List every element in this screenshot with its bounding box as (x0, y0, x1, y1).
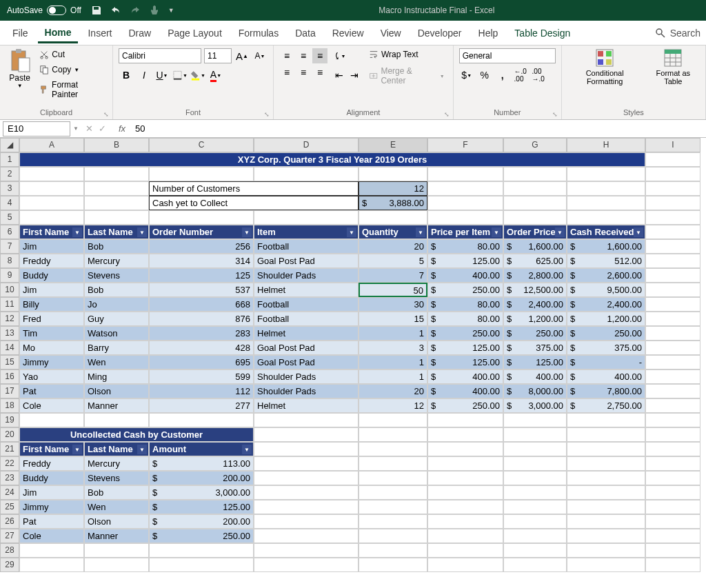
cell[interactable] (149, 543, 254, 558)
cell[interactable]: 1 (359, 369, 427, 384)
cell[interactable] (645, 500, 700, 514)
cell[interactable]: 30 (359, 297, 427, 312)
enter-icon[interactable]: ✓ (99, 123, 106, 134)
worksheet[interactable]: ◢ABCDEFGHI1XYZ Corp. Quarter 3 Fiscal Ye… (0, 138, 706, 572)
font-launcher-icon[interactable]: ⤡ (264, 111, 271, 118)
cell[interactable] (149, 167, 254, 181)
cell[interactable]: Olson (84, 384, 149, 398)
cell[interactable]: $375.00 (503, 341, 567, 355)
row-header-29[interactable]: 29 (0, 558, 19, 572)
filter-icon[interactable]: ▼ (242, 227, 252, 237)
cell[interactable] (254, 427, 359, 442)
cell[interactable]: Bob (84, 239, 149, 254)
cell[interactable]: Helmet (254, 398, 359, 413)
cell[interactable]: Jim (19, 239, 84, 254)
qat-dropdown-icon[interactable]: ▼ (168, 7, 174, 14)
cell[interactable]: Mo (19, 341, 84, 355)
decrease-font-button[interactable]: A▼ (252, 48, 268, 63)
row-header-2[interactable]: 2 (0, 167, 19, 181)
row-header-16[interactable]: 16 (0, 369, 19, 384)
row-header-24[interactable]: 24 (0, 485, 19, 500)
tab-developer[interactable]: Developer (411, 23, 469, 43)
cell[interactable]: Olson (84, 514, 149, 529)
cell[interactable]: Wen (84, 500, 149, 514)
cell[interactable] (254, 210, 359, 225)
wrap-text-button[interactable]: Wrap Text (366, 48, 447, 61)
cell[interactable] (645, 471, 700, 485)
cell[interactable]: 537 (149, 283, 254, 297)
cell[interactable] (645, 181, 700, 196)
cell[interactable]: $1,200.00 (567, 312, 645, 326)
cell[interactable] (567, 413, 645, 427)
row-header-25[interactable]: 25 (0, 500, 19, 514)
tab-review[interactable]: Review (325, 23, 371, 43)
accounting-format-button[interactable]: $ ▼ (459, 68, 474, 83)
number-format-select[interactable] (459, 48, 556, 63)
cell[interactable] (427, 529, 503, 543)
row-header-11[interactable]: 11 (0, 297, 19, 312)
cell[interactable]: Billy (19, 297, 84, 312)
cell[interactable] (645, 384, 700, 398)
cell[interactable] (19, 196, 84, 210)
cell[interactable] (503, 558, 567, 572)
cell[interactable] (84, 167, 149, 181)
tab-table-design[interactable]: Table Design (507, 23, 577, 43)
cell[interactable] (503, 442, 567, 456)
cell[interactable]: Guy (84, 312, 149, 326)
cell[interactable] (359, 543, 427, 558)
cell[interactable] (427, 442, 503, 456)
cancel-icon[interactable]: ✕ (85, 123, 93, 134)
bold-button[interactable]: B (119, 68, 134, 83)
align-top-button[interactable]: ≡ (279, 48, 294, 63)
cell[interactable]: $625.00 (503, 254, 567, 268)
cell[interactable]: 125 (149, 268, 254, 283)
cell[interactable] (359, 167, 427, 181)
cell[interactable]: 876 (149, 312, 254, 326)
filter-icon[interactable]: ▼ (634, 227, 643, 237)
search-box[interactable]: Search (655, 28, 700, 39)
cell[interactable] (149, 413, 254, 427)
cell[interactable] (645, 152, 700, 167)
cell[interactable] (149, 210, 254, 225)
cell[interactable]: $125.00 (503, 355, 567, 369)
cell[interactable] (645, 268, 700, 283)
cell[interactable] (567, 167, 645, 181)
cell[interactable]: Shoulder Pads (254, 384, 359, 398)
comma-button[interactable]: , (495, 68, 510, 83)
cell[interactable] (427, 543, 503, 558)
cell[interactable]: Buddy (19, 471, 84, 485)
cell[interactable] (645, 210, 700, 225)
cell[interactable] (427, 485, 503, 500)
cell[interactable]: Yao (19, 369, 84, 384)
cell[interactable] (19, 543, 84, 558)
select-all-button[interactable]: ◢ (0, 138, 19, 152)
cell[interactable]: $2,400.00 (567, 297, 645, 312)
cell[interactable]: Shoulder Pads (254, 268, 359, 283)
cell[interactable]: $2,800.00 (503, 268, 567, 283)
col-header-E[interactable]: E (359, 138, 427, 152)
decrease-indent-button[interactable]: ⇤ (332, 68, 347, 83)
borders-button[interactable]: ▼ (172, 68, 188, 83)
cell[interactable] (19, 181, 84, 196)
cell[interactable] (645, 326, 700, 341)
cell[interactable]: Ming (84, 369, 149, 384)
cell[interactable] (567, 529, 645, 543)
cell[interactable]: $125.00 (427, 254, 503, 268)
col-header-B[interactable]: B (84, 138, 149, 152)
row-header-18[interactable]: 18 (0, 398, 19, 413)
col-header-G[interactable]: G (503, 138, 567, 152)
paste-button[interactable]: Paste ▼ (6, 48, 34, 89)
cash-collect-label[interactable]: Cash yet to Collect (149, 196, 359, 210)
cell[interactable]: $3,000.00 (503, 398, 567, 413)
cell[interactable] (84, 413, 149, 427)
cell[interactable]: $8,000.00 (503, 384, 567, 398)
row-header-10[interactable]: 10 (0, 283, 19, 297)
cell[interactable]: Stevens (84, 471, 149, 485)
decrease-decimal-button[interactable]: .00→.0 (531, 68, 546, 83)
cell[interactable] (254, 413, 359, 427)
row-header-4[interactable]: 4 (0, 196, 19, 210)
filter-icon[interactable]: ▼ (416, 227, 425, 237)
cell[interactable]: Helmet (254, 326, 359, 341)
cell[interactable]: 599 (149, 369, 254, 384)
cell[interactable]: $- (567, 355, 645, 369)
